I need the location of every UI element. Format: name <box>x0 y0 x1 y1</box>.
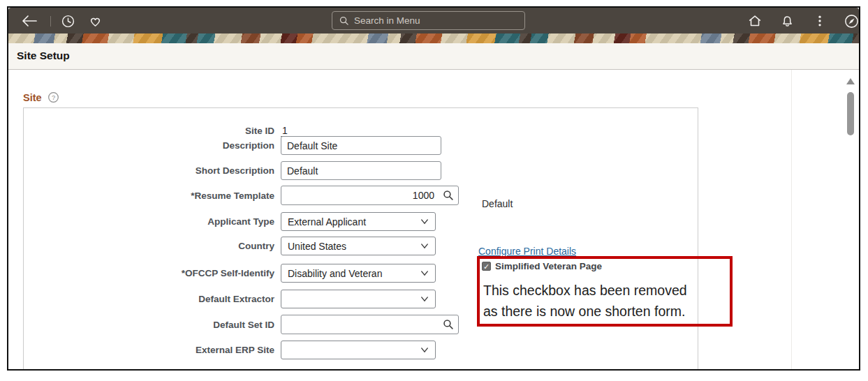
screenshot: Site Setup Site ? Site ID 1 Description … <box>0 0 868 381</box>
field-row-default-extractor: Default Extractor <box>28 290 436 308</box>
clock-icon <box>61 14 75 29</box>
simplified-veteran-page-label: Simplified Veteran Page <box>495 261 602 271</box>
external-erp-site-label: External ERP Site <box>28 345 281 355</box>
field-row-applicant-type: Applicant Type External Applicant <box>28 212 436 231</box>
field-row-external-erp-site: External ERP Site <box>28 341 436 359</box>
page-title-bar: Site Setup <box>8 43 859 70</box>
description-input[interactable] <box>281 136 441 155</box>
back-button[interactable] <box>21 13 38 29</box>
bell-icon <box>780 14 795 29</box>
annotation-line-2: as there is now one shorten form. <box>483 301 687 322</box>
ofccp-self-identify-select[interactable]: Disability and Veteran <box>281 264 436 283</box>
compass-icon <box>844 13 860 29</box>
search-icon <box>339 15 349 26</box>
annotation-note: This checkbox has been removed as there … <box>483 280 687 322</box>
description-label: Description <box>28 140 281 151</box>
help-icon[interactable]: ? <box>47 91 59 103</box>
simplified-veteran-page-row: ✓ Simplified Veteran Page <box>482 261 602 271</box>
default-extractor-select[interactable] <box>281 290 436 308</box>
applicant-type-label: Applicant Type <box>28 216 281 227</box>
recent-history-button[interactable] <box>59 13 76 29</box>
section-title: Site <box>23 92 42 103</box>
field-row-description: Description <box>28 136 441 155</box>
resume-template-label: *Resume Template <box>28 190 281 201</box>
field-row-default-set-id: Default Set ID <box>28 315 459 334</box>
home-button[interactable] <box>746 13 763 29</box>
global-header <box>8 8 859 33</box>
notifications-button[interactable] <box>779 13 795 29</box>
short-description-input[interactable] <box>281 161 441 180</box>
search-input[interactable] <box>354 15 501 26</box>
header-divider <box>50 16 51 27</box>
short-description-label: Short Description <box>28 165 281 176</box>
country-value: United States <box>288 241 346 252</box>
global-search[interactable] <box>332 11 525 30</box>
arrow-left-icon <box>21 13 38 29</box>
field-row-country: Country United States <box>28 237 436 255</box>
home-icon <box>747 13 763 29</box>
theme-banner <box>8 33 859 43</box>
applicant-type-value: External Applicant <box>288 216 366 227</box>
field-row-ofccp-self-identify: *OFCCP Self-Identify Disability and Vete… <box>28 264 436 283</box>
ofccp-self-identify-value: Disability and Veteran <box>288 268 382 279</box>
section-header: Site ? <box>23 91 59 103</box>
lookup-magnifier-icon <box>442 189 454 201</box>
resume-template-description: Default <box>482 198 513 209</box>
resume-template-lookup-button[interactable] <box>442 189 454 201</box>
content-divider <box>791 70 792 370</box>
chevron-down-icon <box>420 270 429 276</box>
lookup-magnifier-icon <box>442 318 454 330</box>
kebab-menu-icon <box>813 14 827 28</box>
ofccp-self-identify-label: *OFCCP Self-Identify <box>28 268 281 278</box>
chevron-down-icon <box>420 243 429 249</box>
default-set-id-label: Default Set ID <box>28 320 281 330</box>
svg-text:?: ? <box>51 94 54 101</box>
country-select[interactable]: United States <box>281 237 436 255</box>
field-row-resume-template: *Resume Template <box>28 186 459 205</box>
chevron-down-icon <box>420 347 429 353</box>
applicant-type-select[interactable]: External Applicant <box>281 212 436 231</box>
page-title: Site Setup <box>17 50 70 62</box>
heart-icon <box>88 14 103 29</box>
resume-template-input[interactable] <box>281 186 459 205</box>
field-row-short-description: Short Description <box>28 161 441 180</box>
scrollbar-thumb[interactable] <box>847 92 854 135</box>
chevron-down-icon <box>420 218 429 225</box>
checkmark-icon: ✓ <box>483 262 490 271</box>
site-id-label: Site ID <box>28 126 281 136</box>
default-set-id-input[interactable] <box>281 315 459 334</box>
annotation-line-1: This checkbox has been removed <box>483 280 687 301</box>
default-extractor-label: Default Extractor <box>28 294 281 304</box>
field-row-site-id: Site ID 1 <box>28 124 289 137</box>
default-set-id-lookup-button[interactable] <box>442 318 454 330</box>
scrollbar-up-arrow[interactable] <box>846 78 855 84</box>
site-id-value: 1 <box>281 125 289 137</box>
simplified-veteran-page-checkbox[interactable]: ✓ <box>482 262 491 271</box>
navbar-button[interactable] <box>843 13 860 29</box>
external-erp-site-select[interactable] <box>281 341 436 359</box>
country-label: Country <box>28 241 281 251</box>
configure-print-details-link[interactable]: Configure Print Details <box>478 246 576 257</box>
chevron-down-icon <box>420 296 429 302</box>
favorites-button[interactable] <box>87 13 103 29</box>
actions-menu-button[interactable] <box>811 13 828 29</box>
